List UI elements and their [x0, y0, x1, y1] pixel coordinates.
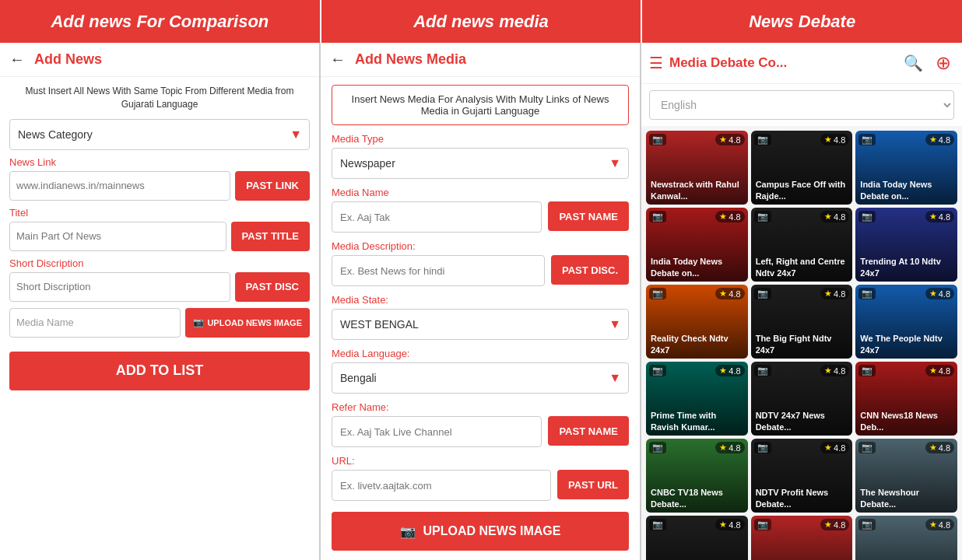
news-card[interactable]: 📷 ★ 4.8 NDTV 24x7 News Debate...	[751, 362, 853, 436]
camera-icon: 📷	[649, 134, 666, 145]
col2-refer-name-row: PAST NAME	[332, 416, 629, 447]
add-button[interactable]: ⊕	[932, 51, 954, 75]
news-card[interactable]: 📷 ★ 4.8 India Today News Debate on...	[646, 208, 748, 282]
news-card[interactable]: 📷 ★ 4.8 India Today News Debate on...	[855, 131, 957, 205]
news-card[interactable]: 📷 ★ 4.8	[751, 516, 853, 560]
star-icon: ★	[929, 443, 937, 453]
add-news-media-column: ← Add News Media Insert News Media For A…	[321, 43, 641, 560]
star-icon: ★	[824, 443, 832, 453]
card-title: NDTV Profit News Debate...	[756, 487, 848, 509]
news-card[interactable]: 📷 ★ 4.8 Newstrack with Rahul Kanwal...	[646, 131, 748, 205]
news-card[interactable]: 📷 ★ 4.8 NDTV Profit News Debate...	[751, 439, 853, 513]
news-card[interactable]: 📷 ★ 4.8	[855, 516, 957, 560]
col2-header: ← Add News Media	[321, 43, 640, 77]
media-state-select[interactable]: WEST BENGAL	[332, 309, 629, 340]
news-card[interactable]: 📷 ★ 4.8 CNBC TV18 News Debate...	[646, 439, 748, 513]
col3-title: Media Debate Co...	[669, 55, 894, 71]
star-icon: ★	[719, 366, 727, 376]
news-card[interactable]: 📷 ★ 4.8 Campus Face Off with Rajde...	[751, 131, 853, 205]
news-card[interactable]: 📷 ★ 4.8 CNN News18 News Deb...	[855, 362, 957, 436]
col2-media-desc-input[interactable]	[332, 255, 545, 286]
short-disc-input[interactable]	[9, 272, 230, 302]
rating-value: 4.8	[834, 520, 845, 530]
col2-past-name-button[interactable]: PAST NAME	[548, 201, 629, 231]
past-link-button[interactable]: PAST LINK	[235, 171, 310, 201]
col1-body: Must Insert All News With Same Topic Fro…	[0, 77, 319, 560]
camera-icon: 📷	[649, 442, 666, 453]
col2-url-input[interactable]	[332, 470, 551, 501]
news-card[interactable]: 📷 ★ 4.8 We The People Ndtv 24x7	[855, 285, 957, 359]
news-card[interactable]: 📷 ★ 4.8 Left, Right and Centre Ndtv 24x7	[751, 208, 853, 282]
search-button[interactable]: 🔍	[901, 52, 926, 74]
col2-upload-button[interactable]: 📷 UPLOAD NEWS IMAGE	[332, 512, 629, 551]
card-title: CNBC TV18 News Debate...	[651, 487, 743, 509]
camera-icon: 📷	[858, 442, 876, 453]
language-select[interactable]: English	[649, 90, 954, 120]
news-card[interactable]: 📷 ★ 4.8 Prime Time with Ravish Kumar...	[646, 362, 748, 436]
col2-past-disc-button[interactable]: PAST DISC.	[551, 255, 629, 285]
rating-badge: ★ 4.8	[925, 211, 954, 222]
col2-back-button[interactable]: ←	[330, 51, 346, 68]
rating-badge: ★ 4.8	[820, 134, 849, 145]
col1-upload-button[interactable]: 📷 UPLOAD NEWS IMAGE	[185, 308, 310, 338]
media-type-dropdown: Newspaper ▼	[332, 148, 629, 179]
col2-refer-name-input[interactable]	[332, 416, 542, 447]
col2-media-lang-label: Media Language:	[332, 348, 629, 359]
rating-value: 4.8	[729, 443, 740, 453]
news-card[interactable]: 📷 ★ 4.8 Trending At 10 Ndtv 24x7	[855, 208, 957, 282]
card-title: We The People Ndtv 24x7	[860, 333, 953, 355]
col2-media-state-label: Media State:	[332, 294, 629, 306]
rating-value: 4.8	[729, 289, 740, 299]
card-title: India Today News Debate on...	[860, 179, 953, 201]
star-icon: ★	[929, 520, 937, 530]
camera-icon: 📷	[649, 211, 666, 222]
card-title: Trending At 10 Ndtv 24x7	[860, 256, 953, 278]
titel-row: PAST TITLE	[9, 222, 310, 251]
star-icon: ★	[929, 212, 937, 222]
rating-badge: ★ 4.8	[715, 134, 744, 145]
camera-icon: 📷	[649, 519, 666, 530]
star-icon: ★	[824, 289, 832, 299]
media-type-select[interactable]: Newspaper	[332, 148, 629, 179]
news-card[interactable]: 📷 ★ 4.8	[646, 516, 748, 560]
camera-icon: 📷	[858, 134, 876, 145]
col2-info: Insert News Media For Analysis With Mult…	[332, 85, 629, 125]
image-icon: 📷	[193, 317, 204, 327]
camera-icon: 📷	[858, 211, 876, 222]
col2-url-label: URL:	[332, 455, 629, 467]
col2-past-url-button[interactable]: PAST URL	[557, 470, 629, 499]
col2-media-desc-row: PAST DISC.	[332, 255, 629, 286]
col2-media-name-input[interactable]	[332, 201, 542, 233]
rating-badge: ★ 4.8	[820, 519, 849, 530]
add-to-list-button[interactable]: ADD TO LIST	[9, 352, 310, 390]
media-name-select[interactable]: Media Name	[9, 308, 181, 338]
news-category-select[interactable]: News Category	[9, 119, 310, 150]
col2-media-desc-label: Media Description:	[332, 240, 629, 252]
news-card[interactable]: 📷 ★ 4.8 The Big Fight Ndtv 24x7	[751, 285, 853, 359]
media-type-label: Media Type	[332, 133, 629, 145]
camera-icon: 📷	[754, 288, 771, 299]
news-link-input[interactable]	[9, 171, 230, 201]
news-link-row: PAST LINK	[9, 171, 310, 201]
rating-value: 4.8	[729, 520, 740, 530]
star-icon: ★	[929, 289, 937, 299]
star-icon: ★	[824, 135, 832, 145]
col2-past-name2-button[interactable]: PAST NAME	[548, 416, 629, 446]
camera-icon: 📷	[858, 365, 876, 376]
hamburger-button[interactable]: ☰	[649, 54, 663, 72]
media-lang-select[interactable]: Bengali	[332, 362, 629, 394]
top-banners: Add news For Comparison Add news media N…	[0, 0, 962, 43]
news-card[interactable]: 📷 ★ 4.8 Reality Check Ndtv 24x7	[646, 285, 748, 359]
star-icon: ★	[719, 289, 727, 299]
past-disc-button[interactable]: PAST DISC	[235, 272, 310, 302]
col1-back-button[interactable]: ←	[9, 51, 25, 68]
camera-icon: 📷	[649, 288, 666, 299]
star-icon: ★	[719, 212, 727, 222]
camera-icon: 📷	[754, 519, 771, 530]
star-icon: ★	[719, 443, 727, 453]
news-card[interactable]: 📷 ★ 4.8 The Newshour Debate...	[855, 439, 957, 513]
rating-badge: ★ 4.8	[925, 519, 954, 530]
star-icon: ★	[929, 366, 937, 376]
past-title-button[interactable]: PAST TITLE	[231, 222, 310, 251]
titel-input[interactable]	[9, 222, 226, 251]
